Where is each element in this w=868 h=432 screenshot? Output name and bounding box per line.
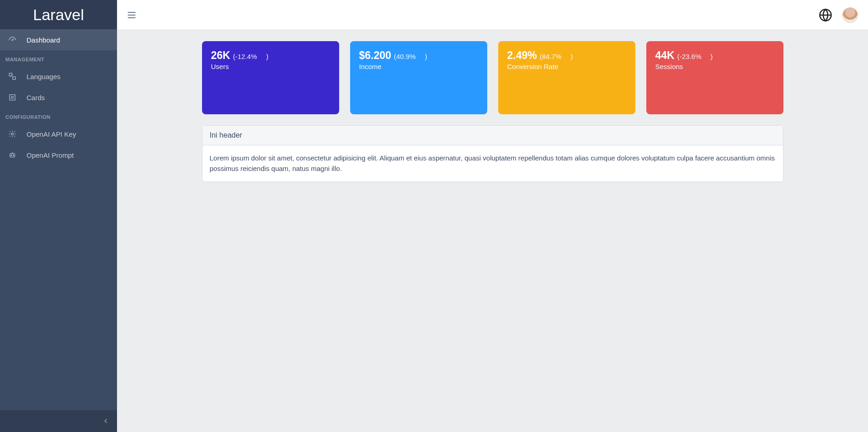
sidebar-item-label: Cards bbox=[27, 94, 45, 101]
sidebar-item-openai-prompt[interactable]: OpenAI Prompt bbox=[0, 144, 117, 165]
sidebar-item-dashboard[interactable]: Dashboard bbox=[0, 29, 117, 50]
widget-value: $6.200 bbox=[359, 49, 391, 62]
widget-sessions: 44K (-23.6%) Sessions bbox=[646, 41, 783, 114]
topbar bbox=[117, 0, 868, 30]
svg-point-5 bbox=[11, 133, 14, 135]
card-header: Ini header bbox=[202, 126, 783, 145]
info-card: Ini header Lorem ipsum dolor sit amet, c… bbox=[202, 125, 783, 182]
sidebar-item-label: OpenAI API Key bbox=[27, 130, 76, 138]
svg-rect-1 bbox=[9, 73, 12, 76]
widget-label: Income bbox=[359, 63, 478, 70]
widget-label: Conversion Rate bbox=[507, 63, 626, 70]
sidebar-item-openai-api-key[interactable]: OpenAI API Key bbox=[0, 123, 117, 144]
widget-delta: (84.7%) bbox=[540, 53, 573, 60]
main-wrapper: 26K (-12.4%) Users $6.200 (40.9%) In bbox=[117, 0, 868, 432]
card-body: Lorem ipsum dolor sit amet, consectetur … bbox=[202, 145, 783, 181]
chevron-left-icon bbox=[103, 418, 109, 424]
widget-conversion: 2.49% (84.7%) Conversion Rate bbox=[498, 41, 635, 114]
widget-label: Users bbox=[211, 63, 330, 70]
stats-row: 26K (-12.4%) Users $6.200 (40.9%) In bbox=[202, 41, 783, 114]
svg-point-0 bbox=[12, 40, 13, 41]
content: 26K (-12.4%) Users $6.200 (40.9%) In bbox=[117, 30, 868, 432]
widget-users: 26K (-12.4%) Users bbox=[202, 41, 339, 114]
svg-rect-2 bbox=[13, 77, 16, 80]
widget-value: 44K bbox=[655, 49, 675, 62]
sidebar-item-cards[interactable]: Cards bbox=[0, 87, 117, 108]
widget-delta: (40.9%) bbox=[394, 53, 427, 60]
hamburger-icon bbox=[127, 11, 136, 19]
user-avatar[interactable] bbox=[842, 7, 858, 23]
svg-point-8 bbox=[13, 155, 14, 156]
speedometer-icon bbox=[8, 36, 16, 44]
sidebar: Laravel Dashboard MANAGEMENT Languages bbox=[0, 0, 117, 432]
language-switch-button[interactable] bbox=[819, 8, 832, 22]
svg-rect-3 bbox=[10, 95, 15, 100]
sidebar-nav: Dashboard MANAGEMENT Languages Cards CON… bbox=[0, 29, 117, 410]
sidebar-item-label: OpenAI Prompt bbox=[27, 151, 74, 159]
sidebar-item-label: Dashboard bbox=[27, 36, 60, 44]
sidebar-item-label: Languages bbox=[27, 73, 60, 80]
widget-delta: (-12.4%) bbox=[233, 53, 269, 60]
robot-icon bbox=[8, 151, 16, 159]
sidebar-section-management: MANAGEMENT bbox=[0, 50, 117, 66]
svg-point-7 bbox=[11, 155, 12, 156]
globe-icon bbox=[819, 8, 832, 22]
sidebar-brand[interactable]: Laravel bbox=[0, 0, 117, 29]
sidebar-toggle-button[interactable] bbox=[127, 11, 136, 19]
widget-label: Sessions bbox=[655, 63, 774, 70]
gear-icon bbox=[8, 130, 16, 138]
sidebar-collapse-button[interactable] bbox=[0, 410, 117, 432]
widget-value: 26K bbox=[211, 49, 230, 62]
sidebar-section-configuration: CONFIGURATION bbox=[0, 108, 117, 123]
widget-delta: (-23.6%) bbox=[677, 53, 713, 60]
widget-value: 2.49% bbox=[507, 49, 537, 62]
sidebar-item-languages[interactable]: Languages bbox=[0, 66, 117, 87]
svg-point-4 bbox=[11, 96, 14, 99]
widget-income: $6.200 (40.9%) Income bbox=[350, 41, 487, 114]
cards-icon bbox=[8, 93, 16, 101]
language-icon bbox=[8, 72, 16, 80]
